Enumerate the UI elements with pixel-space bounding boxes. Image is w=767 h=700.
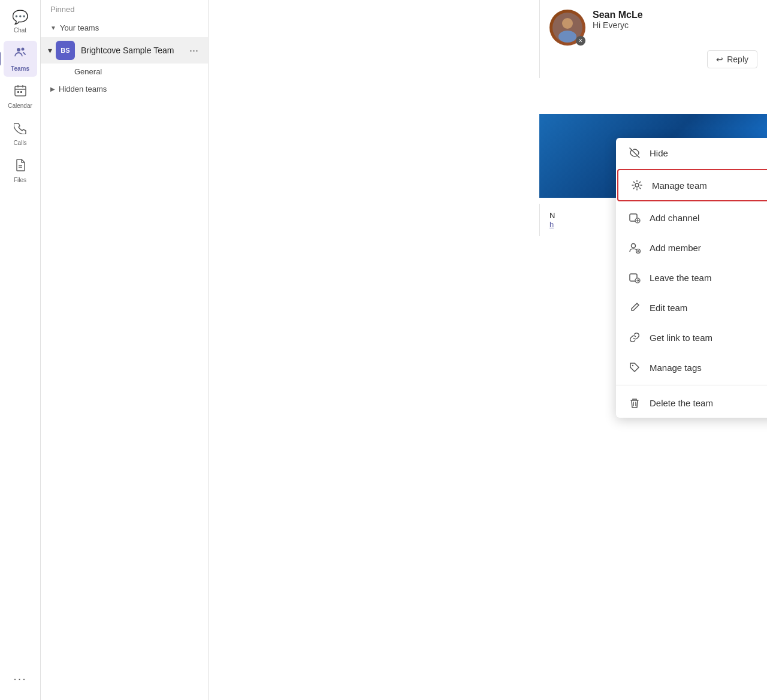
svg-point-10 <box>635 183 639 187</box>
sidebar-item-files[interactable]: Files <box>4 153 37 188</box>
edit-icon <box>628 301 641 314</box>
menu-item-hide[interactable]: Hide <box>616 138 767 168</box>
edit-team-label: Edit team <box>650 303 687 313</box>
svg-rect-4 <box>20 91 22 93</box>
hidden-teams-arrow: ▶ <box>50 86 55 92</box>
team-avatar: BS <box>56 41 75 60</box>
add-channel-label: Add channel <box>650 213 699 223</box>
your-teams-arrow: ▼ <box>50 25 56 31</box>
menu-item-manage-team[interactable]: Manage team <box>617 169 767 201</box>
profile-message: Hi Everyc <box>593 20 643 30</box>
menu-item-manage-tags[interactable]: Manage tags <box>616 352 767 382</box>
manage-team-label: Manage team <box>652 180 707 191</box>
svg-point-15 <box>632 244 636 248</box>
manage-tags-label: Manage tags <box>650 363 702 373</box>
profile-row: ✕ Sean McLe Hi Everyc <box>549 10 757 46</box>
chat-icon: 💬 <box>12 10 28 25</box>
team-more-button[interactable]: ··· <box>187 43 201 58</box>
delete-team-label: Delete the team <box>650 398 713 408</box>
hidden-teams-section[interactable]: ▶ Hidden teams <box>41 80 208 98</box>
leave-team-label: Leave the team <box>650 273 711 283</box>
team-name-label: Brightcove Sample Team <box>81 46 187 55</box>
menu-item-add-channel[interactable]: Add channel <box>616 203 767 233</box>
hide-label: Hide <box>650 148 668 158</box>
menu-item-leave-team[interactable]: Leave the team <box>616 262 767 292</box>
sidebar-item-calendar[interactable]: Calendar <box>4 79 37 114</box>
teams-icon <box>13 46 28 64</box>
menu-item-delete-team[interactable]: Delete the team <box>616 388 767 418</box>
sidebar-item-calendar-label: Calendar <box>8 102 32 109</box>
more-icon: ··· <box>13 672 27 686</box>
menu-divider <box>616 385 767 385</box>
svg-point-1 <box>21 48 24 51</box>
message-content: N <box>549 211 555 220</box>
files-icon <box>14 158 27 175</box>
general-channel-item[interactable]: General <box>41 64 208 80</box>
chat-area: ✕ Sean McLe Hi Everyc ↩ Reply N <box>209 0 767 700</box>
avatar-close-icon[interactable]: ✕ <box>576 36 585 46</box>
sidebar-item-calls-label: Calls <box>13 140 26 146</box>
hide-icon <box>628 146 641 159</box>
svg-rect-3 <box>17 91 19 93</box>
get-link-label: Get link to team <box>650 333 712 343</box>
profile-name: Sean McLe <box>593 10 643 20</box>
calendar-icon <box>14 84 27 101</box>
tag-icon <box>628 361 641 374</box>
reply-icon: ↩ <box>716 55 723 64</box>
team-expand-arrow: ▾ <box>48 46 52 55</box>
add-channel-icon <box>628 211 641 224</box>
sidebar-item-files-label: Files <box>14 177 26 183</box>
svg-point-9 <box>558 31 576 43</box>
your-teams-label: Your teams <box>60 23 99 32</box>
sidebar-item-teams-label: Teams <box>11 65 29 72</box>
svg-rect-2 <box>15 86 26 96</box>
reply-label: Reply <box>727 55 748 64</box>
link-icon <box>628 331 641 344</box>
context-menu: Hide Manage team <box>616 138 767 418</box>
hidden-teams-label: Hidden teams <box>59 85 107 93</box>
profile-info: Sean McLe Hi Everyc <box>593 10 643 30</box>
sidebar-item-calls[interactable]: Calls <box>4 116 37 151</box>
sidebar-item-chat[interactable]: 💬 Chat <box>4 5 37 38</box>
menu-item-edit-team[interactable]: Edit team <box>616 292 767 322</box>
sidebar-item-teams[interactable]: Teams <box>4 41 37 77</box>
sidebar-more-button[interactable]: ··· <box>4 667 37 690</box>
gear-icon <box>630 179 644 192</box>
sidebar: 💬 Chat Teams Calendar <box>0 0 41 700</box>
pinned-section-label: Pinned <box>41 0 208 19</box>
menu-item-get-link[interactable]: Get link to team <box>616 322 767 352</box>
message-link[interactable]: h <box>549 220 554 229</box>
your-teams-section[interactable]: ▼ Your teams <box>41 19 208 37</box>
reply-button[interactable]: ↩ Reply <box>707 50 757 68</box>
svg-point-21 <box>632 365 633 366</box>
sidebar-item-chat-label: Chat <box>14 27 26 34</box>
avatar-container: ✕ <box>549 10 585 46</box>
teams-panel: Pinned ▼ Your teams ▾ BS Brightcove Samp… <box>41 0 209 700</box>
leave-team-icon <box>628 271 641 284</box>
profile-preview: ✕ Sean McLe Hi Everyc ↩ Reply <box>539 0 767 78</box>
add-member-icon <box>628 241 641 254</box>
main-content: ✕ Sean McLe Hi Everyc ↩ Reply N <box>209 0 767 700</box>
channel-name-label: General <box>74 67 102 76</box>
brightcove-team-item[interactable]: ▾ BS Brightcove Sample Team ··· <box>41 37 208 64</box>
trash-icon <box>628 396 641 409</box>
menu-item-add-member[interactable]: Add member <box>616 233 767 262</box>
svg-point-8 <box>562 18 573 29</box>
add-member-label: Add member <box>650 243 701 253</box>
calls-icon <box>14 121 27 138</box>
svg-point-0 <box>17 48 20 52</box>
